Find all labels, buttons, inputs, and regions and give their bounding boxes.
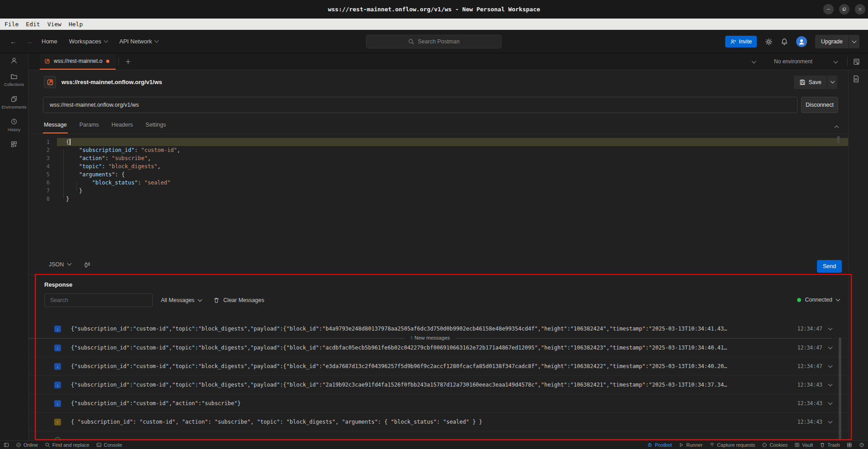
- nav-home[interactable]: Home: [42, 38, 57, 45]
- new-messages-label[interactable]: ↑ New messages: [405, 335, 455, 340]
- menu-edit[interactable]: Edit: [22, 21, 43, 28]
- message-filter-dropdown[interactable]: All Messages: [161, 297, 202, 303]
- environment-quick-look-icon[interactable]: [853, 58, 860, 66]
- status-find-and-replace[interactable]: Find and replace: [45, 442, 89, 448]
- message-row-received[interactable]: ↓{"subscription_id":"custom-id","topic":…: [28, 339, 848, 357]
- connection-status[interactable]: Connected: [797, 297, 840, 303]
- notifications-bell-icon[interactable]: [781, 38, 788, 45]
- save-button[interactable]: Save: [794, 76, 828, 89]
- message-text: {"subscription_id":"custom-id","topic":"…: [71, 382, 789, 388]
- user-avatar[interactable]: [796, 36, 807, 47]
- status-help[interactable]: [859, 442, 864, 448]
- status-vault[interactable]: Vault: [794, 442, 813, 448]
- menu-help[interactable]: Help: [65, 21, 86, 28]
- expand-chevron-icon[interactable]: [828, 382, 833, 386]
- environment-selector[interactable]: No environment: [774, 58, 812, 65]
- tab-message[interactable]: Message: [43, 117, 68, 133]
- editor-line[interactable]: 3 "action": "subscribe",: [28, 154, 848, 162]
- postman-window: wss://rest-mainnet.onflow.org/v1/ws - Ne…: [0, 0, 868, 449]
- left-sidebar: CollectionsEnvironmentsHistory: [0, 53, 28, 440]
- upgrade-button[interactable]: Upgrade: [815, 35, 849, 48]
- invite-button[interactable]: Invite: [725, 36, 757, 47]
- grid-icon: [847, 442, 852, 448]
- save-dropdown[interactable]: [827, 76, 837, 89]
- status-capture-requests[interactable]: Capture requests: [709, 442, 755, 448]
- status-cookies[interactable]: Cookies: [762, 442, 788, 448]
- beautify-icon[interactable]: [84, 261, 91, 268]
- sidebar-item-add-blocks[interactable]: [10, 141, 18, 148]
- nav-workspaces[interactable]: Workspaces: [69, 38, 108, 45]
- editor-line[interactable]: 7 }: [28, 187, 848, 195]
- global-search[interactable]: Search Postman: [366, 35, 502, 48]
- close-button[interactable]: [855, 4, 865, 14]
- collapse-editor-chevron[interactable]: [835, 123, 859, 130]
- tab-overflow-chevron[interactable]: [752, 58, 755, 65]
- line-number: 7: [28, 187, 57, 195]
- sidebar-item-user[interactable]: [10, 57, 18, 64]
- tab-settings[interactable]: Settings: [145, 117, 167, 133]
- expand-chevron-icon[interactable]: [828, 400, 833, 405]
- message-editor[interactable]: 1{2 "subscription_id": "custom-id",3 "ac…: [28, 134, 848, 254]
- line-number: 5: [28, 170, 57, 179]
- status-console[interactable]: Console: [96, 442, 122, 448]
- expand-chevron-icon[interactable]: [828, 419, 833, 423]
- editor-line[interactable]: 5 "arguments": {: [28, 170, 848, 179]
- environment-chevron[interactable]: [834, 58, 837, 65]
- status-postbot[interactable]: Postbot: [647, 442, 671, 448]
- menu-view[interactable]: View: [44, 21, 65, 28]
- status-online[interactable]: Online: [16, 442, 38, 448]
- status-trash[interactable]: Trash: [820, 442, 840, 448]
- line-number: 8: [28, 195, 57, 203]
- message-row-received[interactable]: ↓{"subscription_id":"custom-id","topic":…: [28, 357, 848, 376]
- response-scrollbar[interactable]: [839, 337, 841, 440]
- status-grid[interactable]: [847, 442, 852, 448]
- message-row-sent[interactable]: ↑{ "subscription_id": "custom-id", "acti…: [28, 413, 848, 431]
- nav-api-network[interactable]: API Network: [119, 38, 158, 45]
- expand-chevron-icon[interactable]: [828, 363, 833, 368]
- settings-gear-icon[interactable]: [765, 38, 773, 46]
- maximize-button[interactable]: [839, 4, 849, 14]
- trash-icon: [213, 297, 220, 303]
- status-label: Find and replace: [52, 442, 89, 448]
- expand-chevron-icon[interactable]: [828, 345, 833, 349]
- message-row-received[interactable]: ↓{"subscription_id":"custom-id","topic":…: [28, 376, 848, 394]
- new-tab-button[interactable]: [125, 58, 131, 65]
- menu-file[interactable]: File: [1, 21, 22, 28]
- documentation-icon[interactable]: [852, 75, 860, 83]
- send-button[interactable]: Send: [817, 260, 842, 273]
- line-number: 2: [28, 146, 57, 154]
- format-selector[interactable]: JSON: [49, 261, 71, 268]
- message-row-connected[interactable]: [28, 431, 848, 440]
- status-panel[interactable]: [4, 442, 9, 448]
- postbot-icon: [647, 442, 652, 448]
- title-bar: wss://rest-mainnet.onflow.org/v1/ws - Ne…: [0, 0, 868, 19]
- editor-line[interactable]: 2 "subscription_id": "custom-id",: [28, 146, 848, 154]
- chevron-up-icon: [835, 126, 839, 130]
- tab-params[interactable]: Params: [79, 117, 100, 133]
- tab-headers[interactable]: Headers: [111, 117, 134, 133]
- chevron-down-icon: [834, 59, 838, 63]
- url-input[interactable]: [43, 97, 798, 113]
- status-runner[interactable]: Runner: [679, 442, 703, 448]
- editor-scrollbar[interactable]: [837, 136, 840, 143]
- disconnect-button[interactable]: Disconnect: [801, 97, 838, 113]
- editor-line[interactable]: 6 "block_status": "sealed": [28, 179, 848, 187]
- upgrade-dropdown[interactable]: [849, 35, 859, 48]
- line-number: 3: [28, 154, 57, 162]
- editor-line[interactable]: 1{: [28, 138, 848, 146]
- forward-arrow-icon[interactable]: →: [26, 38, 33, 45]
- expand-chevron-icon[interactable]: [828, 326, 833, 330]
- sidebar-item-history[interactable]: History: [8, 118, 20, 132]
- minimize-button[interactable]: [823, 4, 834, 14]
- clear-messages-button[interactable]: Clear Messages: [213, 297, 264, 303]
- editor-line[interactable]: 8}: [28, 195, 848, 203]
- request-title: wss://rest-mainnet.onflow.org/v1/ws: [61, 79, 162, 85]
- editor-line[interactable]: 4 "topic": "block_digests",: [28, 162, 848, 170]
- message-row-received[interactable]: ↓{"subscription_id":"custom-id","action"…: [28, 394, 848, 413]
- back-arrow-icon[interactable]: ←: [10, 38, 17, 45]
- active-request-tab[interactable]: wss://rest-mainnet.onflo: [40, 53, 116, 70]
- sidebar-item-environments[interactable]: Environments: [1, 95, 26, 109]
- search-placeholder: Search Postman: [418, 38, 460, 45]
- response-search-input[interactable]: [44, 293, 153, 307]
- sidebar-item-collections[interactable]: Collections: [4, 73, 24, 87]
